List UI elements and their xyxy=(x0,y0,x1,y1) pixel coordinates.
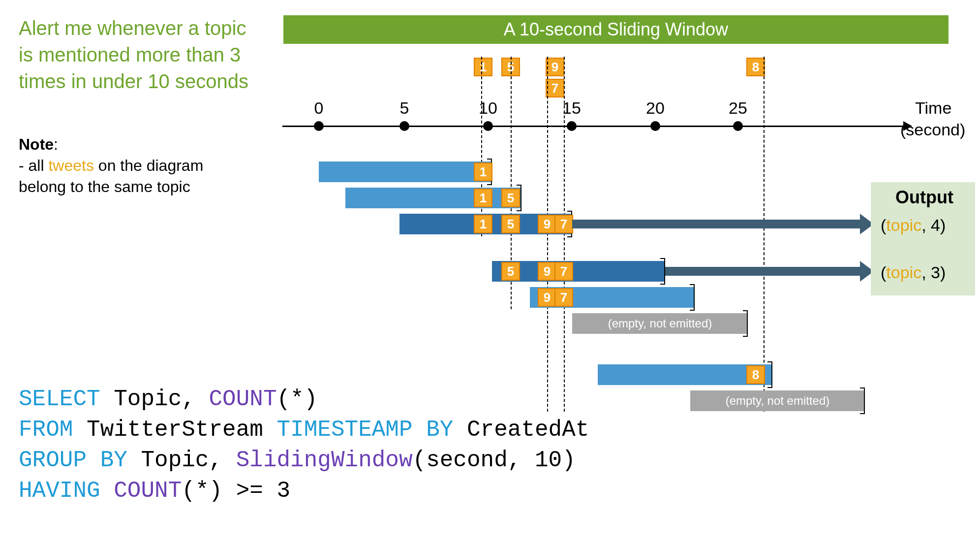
window-event-marker: 5 xyxy=(501,215,520,233)
tick-label: 10 xyxy=(479,98,497,118)
tick-label: 15 xyxy=(562,98,581,118)
note-tweets-word: tweets xyxy=(48,157,93,174)
note-label: Note xyxy=(19,135,54,153)
window-title-bar: A 10-second Sliding Window xyxy=(283,15,949,44)
output-row-0: (topic, 4) xyxy=(881,216,946,235)
window-end-bracket xyxy=(690,284,695,311)
axis-label-unit: (second) xyxy=(900,120,965,139)
window-event-marker: 9 xyxy=(538,215,556,233)
empty-window-label: (empty, not emitted) xyxy=(726,394,830,408)
window-event-marker: 5 xyxy=(501,262,520,281)
event-guideline xyxy=(764,57,765,412)
window-event-marker: 1 xyxy=(474,215,492,233)
window-event-marker: 7 xyxy=(554,262,573,281)
tick-label: 5 xyxy=(400,98,409,118)
window-end-bracket xyxy=(660,258,665,285)
output-row-1: (topic, 3) xyxy=(881,263,946,282)
emit-arrow xyxy=(572,220,860,228)
window-end-bracket xyxy=(860,388,865,414)
tick-label: 20 xyxy=(646,98,665,118)
event-marker: 9 xyxy=(546,58,564,76)
tick-dot xyxy=(567,121,577,131)
tick-dot xyxy=(399,121,409,131)
window-event-marker: 9 xyxy=(538,262,556,281)
window-event-marker: 8 xyxy=(746,365,765,384)
event-marker: 8 xyxy=(746,58,765,76)
window-end-bracket xyxy=(743,310,748,337)
window-event-marker: 9 xyxy=(538,288,556,307)
sql-code: SELECT Topic, COUNT(*) FROM TwitterStrea… xyxy=(19,384,589,506)
note-line-prefix: - all xyxy=(19,157,48,174)
headline-text: Alert me whenever a topic is mentioned m… xyxy=(19,15,250,95)
tick-dot xyxy=(314,121,324,131)
window-end-bracket xyxy=(767,361,772,388)
empty-window-label: (empty, not emitted) xyxy=(608,317,712,330)
window-event-marker: 5 xyxy=(501,189,520,207)
window-event-marker: 1 xyxy=(474,162,492,181)
event-guideline xyxy=(481,57,482,236)
tick-label: 0 xyxy=(314,98,324,118)
sliding-window-bar: (empty, not emitted) xyxy=(690,390,865,411)
tick-label: 25 xyxy=(729,98,747,118)
note-text: Note: - all tweets on the diagram belong… xyxy=(19,134,250,198)
window-event-marker: 1 xyxy=(474,189,492,207)
window-event-marker: 7 xyxy=(554,215,573,233)
sliding-window-bar xyxy=(345,188,521,208)
sliding-window-bar: (empty, not emitted) xyxy=(572,313,748,334)
output-title: Output xyxy=(895,187,953,208)
event-marker: 7 xyxy=(546,79,564,97)
sliding-window-bar xyxy=(319,162,492,182)
emit-arrow xyxy=(665,267,860,276)
time-axis xyxy=(282,126,904,127)
tick-dot xyxy=(650,121,660,131)
axis-label-time: Time xyxy=(915,98,951,118)
tick-dot xyxy=(483,121,493,131)
window-event-marker: 7 xyxy=(554,288,573,307)
window-title-text: A 10-second Sliding Window xyxy=(504,19,728,40)
tick-dot xyxy=(733,121,743,131)
event-marker: 1 xyxy=(474,58,492,76)
